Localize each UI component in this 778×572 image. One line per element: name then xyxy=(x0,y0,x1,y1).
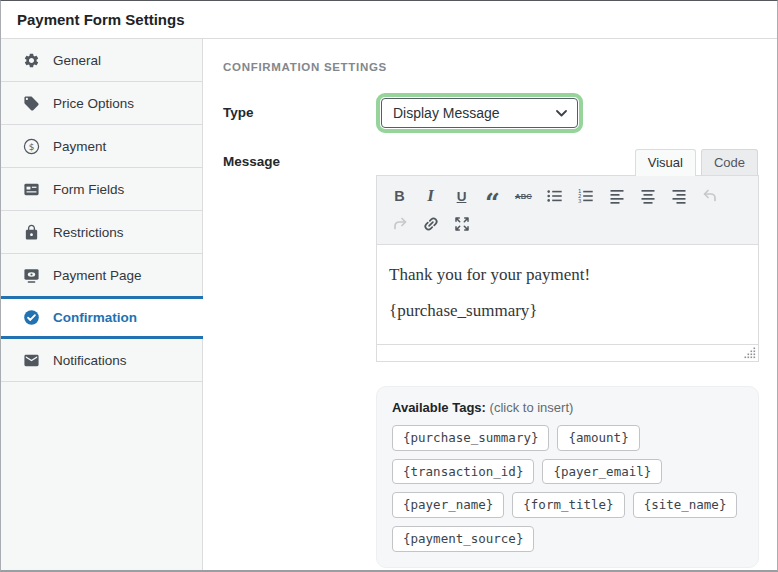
tag-purchase-summary[interactable]: {purchase_summary} xyxy=(392,425,549,451)
message-paragraph: {purchase_summary} xyxy=(389,301,746,321)
underline-button[interactable]: U xyxy=(447,182,476,210)
sidebar-item-notifications[interactable]: Notifications xyxy=(1,339,202,382)
resize-grip-icon[interactable] xyxy=(744,347,756,359)
numbered-list-icon: 123 xyxy=(577,187,595,205)
type-row: Type Display Message xyxy=(223,93,759,133)
bold-button[interactable]: B xyxy=(385,182,414,210)
gear-icon xyxy=(23,52,40,69)
fullscreen-button[interactable] xyxy=(447,210,476,238)
align-left-button[interactable] xyxy=(602,182,631,210)
sidebar-item-payment-page[interactable]: Payment Page xyxy=(1,254,202,297)
chevron-down-icon xyxy=(556,110,567,117)
section-heading: CONFIRMATION SETTINGS xyxy=(223,61,759,73)
tag-payer-name[interactable]: {payer_name} xyxy=(392,492,504,518)
tags-list: {purchase_summary} {amount} {transaction… xyxy=(392,425,743,552)
sidebar-item-label: Form Fields xyxy=(53,182,124,197)
bullet-list-icon xyxy=(546,187,564,205)
message-content-area[interactable]: Thank you for your payment! {purchase_su… xyxy=(377,245,758,344)
type-select[interactable]: Display Message xyxy=(381,98,578,128)
sidebar-item-label: Payment xyxy=(53,139,106,154)
payment-form-settings-dialog: Payment Form Settings General Price Opti… xyxy=(0,0,778,572)
tag-form-title[interactable]: {form_title} xyxy=(512,492,624,518)
align-center-button[interactable] xyxy=(633,182,662,210)
sidebar-item-label: Notifications xyxy=(53,353,127,368)
sidebar-item-label: General xyxy=(53,53,101,68)
settings-sidebar: General Price Options $ Payment Form Fie… xyxy=(1,39,203,570)
undo-button[interactable] xyxy=(695,182,724,210)
message-row: Message Visual Code B I U “ ABC xyxy=(223,147,759,568)
available-tags-panel: Available Tags: (click to insert) {purch… xyxy=(376,386,759,568)
dialog-body: General Price Options $ Payment Form Fie… xyxy=(1,39,777,570)
sidebar-item-payment[interactable]: $ Payment xyxy=(1,125,202,168)
strikethrough-button[interactable]: ABC xyxy=(509,182,538,210)
message-paragraph: Thank you for your payment! xyxy=(389,265,746,285)
settings-main-panel: CONFIRMATION SETTINGS Type Display Messa… xyxy=(203,39,777,570)
tab-visual[interactable]: Visual xyxy=(635,149,696,176)
sidebar-item-confirmation[interactable]: Confirmation xyxy=(1,296,203,339)
tag-payment-source[interactable]: {payment_source} xyxy=(392,526,534,552)
type-label: Type xyxy=(223,93,376,120)
undo-icon xyxy=(701,187,719,205)
fullscreen-icon xyxy=(453,215,471,233)
svg-text:3: 3 xyxy=(578,198,581,204)
align-right-button[interactable] xyxy=(664,182,693,210)
message-editor-column: Visual Code B I U “ ABC xyxy=(376,147,759,568)
italic-button[interactable]: I xyxy=(416,182,445,210)
available-tags-label: Available Tags: xyxy=(392,400,486,415)
rich-text-editor: B I U “ ABC 123 xyxy=(376,175,759,362)
sidebar-item-label: Restrictions xyxy=(53,225,124,240)
editor-toolbar: B I U “ ABC 123 xyxy=(377,176,758,245)
editor-statusbar xyxy=(377,344,758,361)
editor-tabs: Visual Code xyxy=(376,147,759,175)
available-tags-header: Available Tags: (click to insert) xyxy=(392,400,743,415)
form-fields-icon xyxy=(23,181,40,198)
redo-icon xyxy=(391,215,409,233)
type-select-value: Display Message xyxy=(393,105,500,121)
redo-button[interactable] xyxy=(385,210,414,238)
sidebar-item-restrictions[interactable]: Restrictions xyxy=(1,211,202,254)
link-icon xyxy=(422,215,440,233)
align-left-icon xyxy=(608,187,626,205)
sidebar-item-label: Confirmation xyxy=(53,310,137,325)
message-label: Message xyxy=(223,147,376,169)
dialog-title: Payment Form Settings xyxy=(1,1,777,39)
sidebar-item-label: Price Options xyxy=(53,96,134,111)
tag-site-name[interactable]: {site_name} xyxy=(633,492,738,518)
link-button[interactable] xyxy=(416,210,445,238)
available-tags-hint: (click to insert) xyxy=(490,400,574,415)
svg-text:$: $ xyxy=(29,141,35,151)
tab-code[interactable]: Code xyxy=(701,149,758,176)
bullet-list-button[interactable] xyxy=(540,182,569,210)
dollar-circle-icon: $ xyxy=(23,138,40,155)
sidebar-item-label: Payment Page xyxy=(53,268,142,283)
check-circle-icon xyxy=(23,309,40,326)
sidebar-item-general[interactable]: General xyxy=(1,39,202,82)
tag-amount[interactable]: {amount} xyxy=(557,425,639,451)
align-center-icon xyxy=(639,187,657,205)
numbered-list-button[interactable]: 123 xyxy=(571,182,600,210)
tag-icon xyxy=(23,95,40,112)
blockquote-button[interactable]: “ xyxy=(478,182,507,210)
sidebar-item-price-options[interactable]: Price Options xyxy=(1,82,202,125)
align-right-icon xyxy=(670,187,688,205)
type-select-focus-ring: Display Message xyxy=(376,93,583,133)
sidebar-item-form-fields[interactable]: Form Fields xyxy=(1,168,202,211)
tag-transaction-id[interactable]: {transaction_id} xyxy=(392,459,534,485)
envelope-icon xyxy=(23,352,40,369)
lock-icon xyxy=(23,224,40,241)
payment-page-icon xyxy=(23,267,40,284)
tag-payer-email[interactable]: {payer_email} xyxy=(542,459,662,485)
